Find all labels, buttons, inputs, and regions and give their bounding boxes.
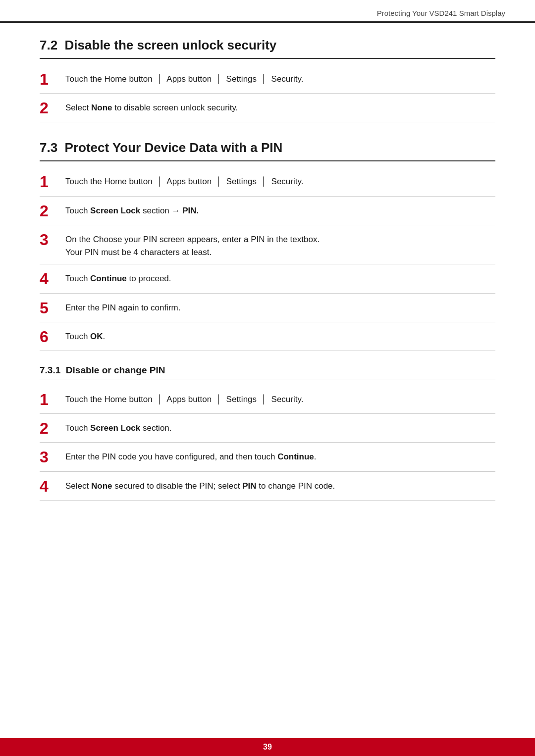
- step-text: Enter the PIN again to confirm.: [65, 299, 495, 314]
- page-content: 7.2 Disable the screen unlock security 1…: [0, 23, 535, 738]
- step-7-3-3: 3 On the Choose your PIN screen appears,…: [40, 225, 495, 265]
- section-7-2-title: 7.2 Disable the screen unlock security: [40, 38, 495, 59]
- step-7-3-1-2: 2 Touch Screen Lock section.: [40, 414, 495, 443]
- section-7-3-title: 7.3 Protect Your Device Data with a PIN: [40, 140, 495, 161]
- step-7-3-1-3: 3 Enter the PIN code you have configured…: [40, 443, 495, 471]
- step-text: On the Choose your PIN screen appears, e…: [65, 230, 495, 259]
- page-header: Protecting Your VSD241 Smart Display: [0, 0, 535, 23]
- step-number: 4: [40, 477, 65, 495]
- step-number: 3: [40, 230, 65, 249]
- step-7-3-6: 6 Touch OK.: [40, 322, 495, 351]
- step-number: 4: [40, 269, 65, 288]
- step-text: Touch Continue to proceed.: [65, 269, 495, 285]
- step-text: Touch the Home button │ Apps button │ Se…: [65, 172, 495, 188]
- step-7-2-2: 2 Select None to disable screen unlock s…: [40, 94, 495, 122]
- step-7-2-1: 1 Touch the Home button │ Apps button │ …: [40, 65, 495, 94]
- step-number: 2: [40, 99, 65, 117]
- step-number: 1: [40, 390, 65, 408]
- step-text: Select None to disable screen unlock sec…: [65, 99, 495, 114]
- step-7-3-5: 5 Enter the PIN again to confirm.: [40, 294, 495, 322]
- step-text: Enter the PIN code you have configured, …: [65, 448, 495, 463]
- step-number: 5: [40, 299, 65, 317]
- step-number: 2: [40, 419, 65, 437]
- step-7-3-1: 1 Touch the Home button │ Apps button │ …: [40, 167, 495, 196]
- step-7-3-1-4: 4 Select None secured to disable the PIN…: [40, 472, 495, 501]
- section-7-3-1: 7.3.1 Disable or change PIN 1 Touch the …: [40, 365, 495, 501]
- page-number: 39: [263, 743, 272, 752]
- step-7-3-1-1: 1 Touch the Home button │ Apps button │ …: [40, 385, 495, 414]
- section-7-2: 7.2 Disable the screen unlock security 1…: [40, 38, 495, 122]
- step-number: 6: [40, 327, 65, 346]
- step-text: Touch the Home button │ Apps button │ Se…: [65, 70, 495, 86]
- header-text: Protecting Your VSD241 Smart Display: [377, 9, 505, 17]
- step-number: 1: [40, 70, 65, 88]
- step-number: 2: [40, 202, 65, 220]
- step-text: Touch Screen Lock section → PIN.: [65, 202, 495, 217]
- step-text: Select None secured to disable the PIN; …: [65, 477, 495, 493]
- page-footer: 39: [0, 738, 535, 756]
- step-number: 1: [40, 172, 65, 191]
- section-7-3-1-title: 7.3.1 Disable or change PIN: [40, 365, 495, 380]
- step-7-3-4: 4 Touch Continue to proceed.: [40, 264, 495, 293]
- section-7-3: 7.3 Protect Your Device Data with a PIN …: [40, 140, 495, 500]
- step-number: 3: [40, 448, 65, 466]
- step-text: Touch the Home button │ Apps button │ Se…: [65, 390, 495, 406]
- step-7-3-2: 2 Touch Screen Lock section → PIN.: [40, 197, 495, 225]
- step-text: Touch OK.: [65, 327, 495, 343]
- step-text: Touch Screen Lock section.: [65, 419, 495, 435]
